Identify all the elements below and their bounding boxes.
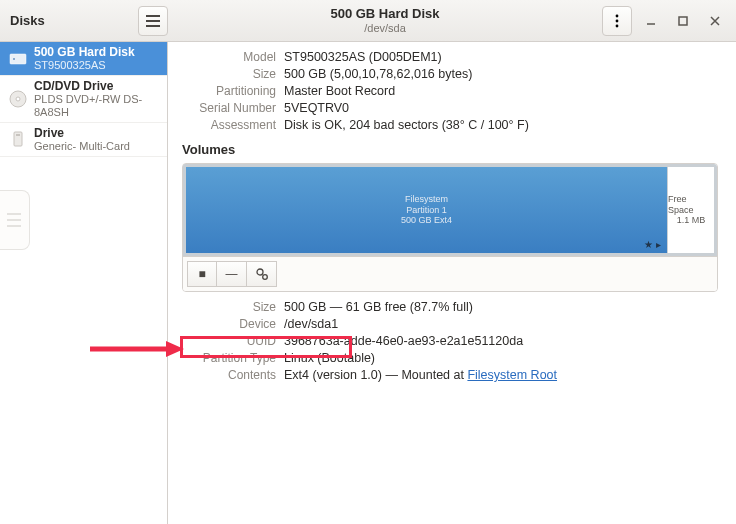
value-psize: 500 GB — 61 GB free (87.7% full) bbox=[284, 300, 718, 314]
partition-device-row: Device /dev/sda1 bbox=[182, 317, 718, 331]
edge-handle[interactable] bbox=[0, 190, 30, 250]
volumes-box: Filesystem Partition 1 500 GB Ext4 ★ ▸ F… bbox=[182, 163, 718, 292]
card-reader-icon bbox=[8, 129, 28, 149]
volume-line3: 500 GB Ext4 bbox=[401, 215, 452, 226]
value-model: ST9500325AS (D005DEM1) bbox=[284, 50, 718, 64]
disk-serial-row: Serial Number 5VEQTRV0 bbox=[182, 101, 718, 115]
label-contents: Contents bbox=[182, 368, 276, 382]
sidebar-item-hdd[interactable]: 500 GB Hard Disk ST9500325AS bbox=[0, 42, 167, 76]
value-partitioning: Master Boot Record bbox=[284, 84, 718, 98]
label-size: Size bbox=[182, 67, 276, 81]
svg-point-2 bbox=[616, 24, 619, 27]
label-model: Model bbox=[182, 50, 276, 64]
value-size: 500 GB (5,00,10,78,62,016 bytes) bbox=[284, 67, 718, 81]
app-title: Disks bbox=[10, 13, 45, 28]
sidebar-item-label: CD/DVD Drive bbox=[34, 80, 159, 93]
svg-rect-4 bbox=[10, 54, 26, 64]
svg-point-10 bbox=[257, 269, 263, 275]
close-button[interactable] bbox=[702, 8, 728, 34]
partition-type-row: Partition Type Linux (Bootable) bbox=[182, 351, 718, 365]
titlebar-right bbox=[602, 6, 730, 36]
value-contents: Ext4 (version 1.0) — Mounted at Filesyst… bbox=[284, 368, 718, 382]
volume-toolbar: ■ — bbox=[183, 256, 717, 291]
disk-size-row: Size 500 GB (5,00,10,78,62,016 bytes) bbox=[182, 67, 718, 81]
titlebar-center: 500 GB Hard Disk /dev/sda bbox=[168, 7, 602, 35]
unmount-button[interactable]: ■ bbox=[187, 261, 217, 287]
disk-model-row: Model ST9500325AS (D005DEM1) bbox=[182, 50, 718, 64]
content: Model ST9500325AS (D005DEM1) Size 500 GB… bbox=[168, 42, 736, 524]
svg-point-7 bbox=[16, 97, 20, 101]
sidebar-item-sublabel: PLDS DVD+/-RW DS-8A8SH bbox=[34, 93, 159, 117]
label-ptype: Partition Type bbox=[182, 351, 276, 365]
minimize-icon bbox=[646, 16, 656, 26]
minimize-button[interactable] bbox=[638, 8, 664, 34]
svg-rect-9 bbox=[16, 134, 20, 136]
sidebar-item-sublabel: ST9500325AS bbox=[34, 59, 135, 71]
label-psize: Size bbox=[182, 300, 276, 314]
bootable-star-icon: ★ ▸ bbox=[644, 239, 661, 251]
volume-free-space[interactable]: Free Space 1.1 MB bbox=[667, 164, 717, 256]
svg-rect-3 bbox=[679, 17, 687, 25]
label-partitioning: Partitioning bbox=[182, 84, 276, 98]
filesystem-root-link[interactable]: Filesystem Root bbox=[467, 368, 557, 382]
disk-menu-button[interactable] bbox=[602, 6, 632, 36]
volume-partition-1[interactable]: Filesystem Partition 1 500 GB Ext4 ★ ▸ bbox=[183, 164, 667, 256]
sidebar-item-optical[interactable]: CD/DVD Drive PLDS DVD+/-RW DS-8A8SH bbox=[0, 76, 167, 122]
value-assessment: Disk is OK, 204 bad sectors (38° C / 100… bbox=[284, 118, 718, 132]
delete-partition-button[interactable]: — bbox=[217, 261, 247, 287]
value-uuid: 3968763a-adde-46e0-ae93-e2a1e51120da bbox=[284, 334, 718, 348]
svg-point-11 bbox=[262, 275, 267, 280]
optical-icon bbox=[8, 89, 28, 109]
value-device: /dev/sda1 bbox=[284, 317, 718, 331]
gears-icon bbox=[255, 267, 269, 281]
label-assessment: Assessment bbox=[182, 118, 276, 132]
partition-contents-row: Contents Ext4 (version 1.0) — Mounted at… bbox=[182, 368, 718, 382]
volumes-title: Volumes bbox=[182, 142, 718, 157]
svg-point-1 bbox=[616, 19, 619, 22]
minus-icon: — bbox=[226, 267, 238, 281]
hamburger-icon bbox=[146, 15, 160, 27]
maximize-icon bbox=[678, 16, 688, 26]
value-ptype: Linux (Bootable) bbox=[284, 351, 718, 365]
close-icon bbox=[710, 16, 720, 26]
hdd-icon bbox=[8, 49, 28, 69]
volume-line2: Partition 1 bbox=[406, 205, 447, 216]
sidebar-item-card[interactable]: Drive Generic- Multi-Card bbox=[0, 123, 167, 157]
free-size: 1.1 MB bbox=[677, 215, 706, 225]
titlebar: Disks 500 GB Hard Disk /dev/sda bbox=[0, 0, 736, 42]
window-subtitle: /dev/sda bbox=[168, 22, 602, 35]
label-device: Device bbox=[182, 317, 276, 331]
sidebar-item-label: 500 GB Hard Disk bbox=[34, 46, 135, 59]
main: 500 GB Hard Disk ST9500325AS CD/DVD Driv… bbox=[0, 42, 736, 524]
window-title: 500 GB Hard Disk bbox=[168, 7, 602, 22]
maximize-button[interactable] bbox=[670, 8, 696, 34]
label-uuid: UUID bbox=[182, 334, 276, 348]
titlebar-left: Disks bbox=[6, 6, 168, 36]
contents-prefix: Ext4 (version 1.0) — Mounted at bbox=[284, 368, 467, 382]
partition-uuid-row: UUID 3968763a-adde-46e0-ae93-e2a1e51120d… bbox=[182, 334, 718, 348]
svg-point-5 bbox=[13, 58, 15, 60]
disk-partitioning-row: Partitioning Master Boot Record bbox=[182, 84, 718, 98]
app-menu-button[interactable] bbox=[138, 6, 168, 36]
partition-size-row: Size 500 GB — 61 GB free (87.7% full) bbox=[182, 300, 718, 314]
kebab-icon bbox=[615, 14, 619, 28]
free-label: Free Space bbox=[668, 194, 714, 215]
partition-options-button[interactable] bbox=[247, 261, 277, 287]
sidebar-item-sublabel: Generic- Multi-Card bbox=[34, 140, 130, 152]
stop-icon: ■ bbox=[198, 267, 205, 281]
disk-assessment-row: Assessment Disk is OK, 204 bad sectors (… bbox=[182, 118, 718, 132]
value-serial: 5VEQTRV0 bbox=[284, 101, 718, 115]
label-serial: Serial Number bbox=[182, 101, 276, 115]
volume-line1: Filesystem bbox=[405, 194, 448, 205]
sidebar: 500 GB Hard Disk ST9500325AS CD/DVD Driv… bbox=[0, 42, 168, 524]
svg-point-0 bbox=[616, 14, 619, 17]
volume-diagram: Filesystem Partition 1 500 GB Ext4 ★ ▸ F… bbox=[183, 164, 717, 256]
sidebar-item-label: Drive bbox=[34, 127, 130, 140]
